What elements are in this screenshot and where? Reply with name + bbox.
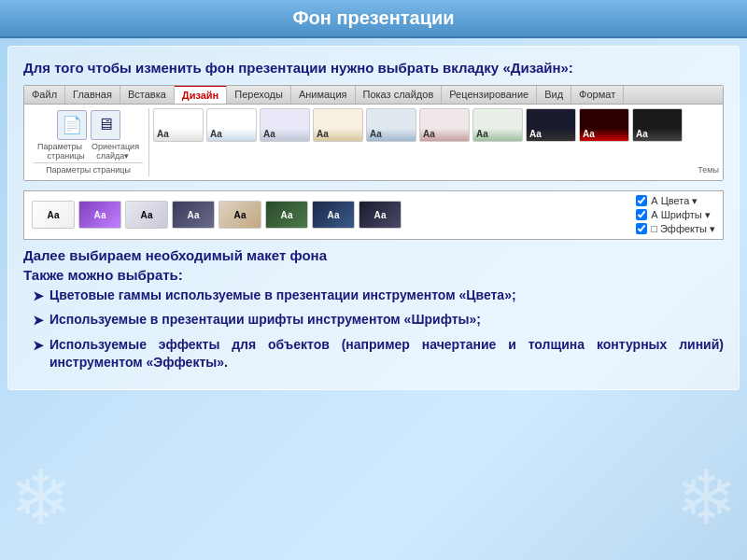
tab-view[interactable]: Вид xyxy=(537,86,571,104)
option-fonts-row: А Шрифты ▾ xyxy=(636,209,715,221)
ribbon-group-page-setup: 📄 🖥 Параметры Ориентациястраницы слайда▾… xyxy=(28,108,149,176)
tab-file[interactable]: Файл xyxy=(24,86,65,104)
theme-sm-5[interactable]: Аа xyxy=(218,201,261,229)
theme-1[interactable]: Аа xyxy=(153,108,204,142)
slide-orient-icon[interactable]: 🖥 xyxy=(91,110,120,140)
bullet-item-3: ➤ Используемые эффекты для объектов (нап… xyxy=(33,336,724,372)
theme-7[interactable]: Аа xyxy=(472,108,523,142)
tab-insert[interactable]: Вставка xyxy=(120,86,175,104)
bullet-arrow-2: ➤ xyxy=(33,312,44,330)
tab-format[interactable]: Формат xyxy=(571,86,624,104)
section1-text: Далее выбираем необходимый макет фона xyxy=(23,247,724,263)
option-colors-checkbox[interactable] xyxy=(636,195,647,206)
theme-6[interactable]: Аа xyxy=(419,108,470,142)
bullet-arrow-3: ➤ xyxy=(33,337,44,356)
themes-label: Темы xyxy=(698,165,719,176)
theme-3[interactable]: Аа xyxy=(260,108,310,142)
option-colors-row: А Цвета ▾ xyxy=(636,195,715,207)
bullet-list: ➤ Цветовые гаммы используемые в презента… xyxy=(33,287,724,372)
theme-8[interactable]: Аа xyxy=(526,108,576,142)
ribbon-container: Файл Главная Вставка Дизайн Переходы Ани… xyxy=(23,85,724,181)
bullet-arrow-1: ➤ xyxy=(33,287,44,306)
theme-sm-2[interactable]: Аа xyxy=(78,201,121,229)
ribbon-themes: Аа Аа Аа Аа Аа Аа Аа Аа Аа Аа xyxy=(153,108,694,176)
option-fonts-checkbox[interactable] xyxy=(636,209,647,220)
page-title: Фон презентации xyxy=(292,7,454,28)
option-effects-checkbox[interactable] xyxy=(636,223,647,234)
bullet-text-2: Используемые в презентации шрифты инстру… xyxy=(49,311,481,329)
tab-design[interactable]: Дизайн xyxy=(175,85,227,104)
tab-review[interactable]: Рецензирование xyxy=(442,86,537,104)
theme-4[interactable]: Аа xyxy=(313,108,363,142)
bullet-text-3: Используемые эффекты для объектов (напри… xyxy=(49,336,724,372)
page-setup-icons: 📄 🖥 xyxy=(57,110,120,140)
ribbon-body: 📄 🖥 Параметры Ориентациястраницы слайда▾… xyxy=(24,105,723,180)
ribbon-second: Аа Аа Аа Аа Аа Аа Аа Аа А Цвета ▾ А Шриф… xyxy=(23,190,724,240)
option-effects-row: □ Эффекты ▾ xyxy=(636,223,715,235)
page-setup-group-label: Параметры страницы xyxy=(34,162,143,175)
tab-transitions[interactable]: Переходы xyxy=(227,86,291,104)
bullet-item-1: ➤ Цветовые гаммы используемые в презента… xyxy=(33,287,724,306)
theme-sm-1[interactable]: Аа xyxy=(32,201,75,229)
theme-10[interactable]: Аа xyxy=(632,108,683,142)
theme-options-panel: А Цвета ▾ А Шрифты ▾ □ Эффекты ▾ xyxy=(636,195,715,235)
section2-text: Также можно выбрать: xyxy=(23,267,724,283)
theme-sm-3[interactable]: Аа xyxy=(125,201,168,229)
theme-sm-6[interactable]: Аа xyxy=(265,201,308,229)
tab-slideshow[interactable]: Показ слайдов xyxy=(356,86,443,104)
theme-2[interactable]: Аа xyxy=(206,108,257,142)
option-colors-label: А Цвета ▾ xyxy=(651,195,698,207)
bullet-item-2: ➤ Используемые в презентации шрифты инст… xyxy=(33,311,724,330)
tab-home[interactable]: Главная xyxy=(65,86,120,104)
theme-5[interactable]: Аа xyxy=(366,108,416,142)
bullet-text-1: Цветовые гаммы используемые в презентаци… xyxy=(49,287,516,305)
theme-sm-7[interactable]: Аа xyxy=(312,201,355,229)
theme-9[interactable]: Аа xyxy=(579,108,629,142)
option-effects-label: □ Эффекты ▾ xyxy=(651,223,715,235)
intro-text: Для того чтобы изменить фон презентации … xyxy=(23,58,724,79)
option-fonts-label: А Шрифты ▾ xyxy=(651,209,711,221)
main-content: Для того чтобы изменить фон презентации … xyxy=(7,46,740,390)
tab-animation[interactable]: Анимация xyxy=(291,86,356,104)
page-setup-label: Параметры Ориентациястраницы слайда▾ xyxy=(37,142,139,161)
title-bar: Фон презентации xyxy=(0,0,747,38)
theme-sm-4[interactable]: Аа xyxy=(172,201,215,229)
ribbon-tabs: Файл Главная Вставка Дизайн Переходы Ани… xyxy=(24,86,723,105)
theme-sm-8[interactable]: Аа xyxy=(359,201,402,229)
page-params-icon[interactable]: 📄 xyxy=(57,110,87,140)
